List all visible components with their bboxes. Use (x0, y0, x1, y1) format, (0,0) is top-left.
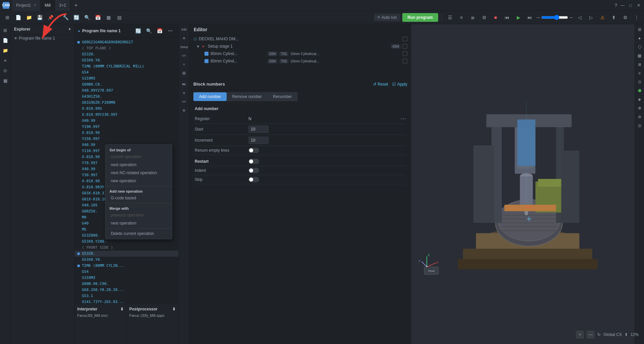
vp-btn-10[interactable]: ⊗ (636, 104, 644, 112)
code-line[interactable]: T1M6 (80MM CYLINDRICAL MILL) (75, 63, 178, 69)
toolbar-save-btn[interactable]: 💾 (35, 13, 44, 22)
toolbar-menu-btn[interactable]: ☰ (445, 13, 455, 22)
explorer-add-icon[interactable]: + (68, 27, 71, 32)
toolbar-more-btn[interactable]: ⋮ (632, 13, 641, 22)
block-side-btn-ne[interactable]: Nε (180, 80, 188, 88)
toolbar-view-btn[interactable]: ▦ (104, 13, 113, 22)
code-line[interactable]: Y150.997 (75, 136, 178, 142)
operation-row-2[interactable]: 80mm Cylind... G54 T#2 10mm Cylindrical.… (200, 57, 411, 65)
toolbar-upload-btn[interactable]: ⬆ (609, 13, 618, 22)
vp-btn-6[interactable]: ≡ (636, 69, 644, 77)
close-button[interactable]: ✕ (636, 3, 641, 8)
toolbar-table-btn[interactable]: ▤ (114, 13, 124, 22)
toolbar-folder-btn[interactable]: 📁 (24, 13, 34, 22)
toolbar-skip-btn[interactable]: ⏮ (502, 13, 512, 22)
vp-btn-7[interactable]: ⊙ (636, 78, 644, 86)
tab-mill[interactable]: Mill (41, 0, 55, 11)
vp-btn-3[interactable]: ⬡ (636, 43, 644, 51)
maximize-button[interactable]: □ (628, 3, 633, 8)
vp-btn-9[interactable]: ◈ (636, 95, 644, 103)
auto-run-button[interactable]: ⟳ Auto run (374, 14, 400, 21)
code-line[interactable]: G53X0.Y0. (75, 57, 178, 63)
ctx-new-operation[interactable]: new operation (105, 177, 172, 185)
toolbar-grid-btn[interactable]: ⊞ (3, 13, 12, 22)
code-more-btn[interactable]: ⋯ (166, 26, 175, 36)
sidebar-btn-4[interactable]: ≡ (1, 56, 10, 65)
code-line[interactable]: G00B0.C0. (75, 82, 178, 88)
vp-btn-4[interactable]: ▦ (636, 52, 644, 60)
code-line[interactable]: G53X0.Y200. (75, 239, 178, 245)
sidebar-btn-2[interactable]: 📄 (1, 36, 10, 45)
ctx-gcode-based[interactable]: G-code based (105, 194, 172, 202)
tab-3plus2[interactable]: 3+2 (55, 0, 70, 11)
subtract-viewport-btn[interactable]: — (587, 331, 595, 339)
machine-checkbox[interactable] (403, 37, 407, 41)
toolbar-list-btn[interactable]: ≡ (457, 13, 466, 22)
machine-row[interactable]: ⬡ DECKEL MAHO DM... (190, 35, 411, 43)
minimize-button[interactable]: — (620, 3, 625, 8)
reset-button[interactable]: ↺ Reset (373, 82, 388, 87)
sidebar-btn-6[interactable]: ▦ (1, 76, 10, 85)
toolbar-refresh-btn[interactable]: 🔄 (72, 13, 81, 22)
restart-toggle-btn[interactable] (248, 159, 259, 164)
toolbar-lines-btn[interactable]: ≣ (468, 13, 477, 22)
code-line[interactable]: S159M3 (75, 76, 178, 82)
toolbar-pin-btn[interactable]: 📌 (46, 13, 55, 22)
block-side-btn-link[interactable]: ⊞ (180, 106, 188, 114)
help-icon[interactable]: ? (614, 3, 617, 8)
code-search-btn[interactable]: 🔍 (144, 26, 153, 36)
tab-close-project1[interactable]: ✕ (34, 3, 36, 7)
code-line[interactable]: Y190.997 (75, 124, 178, 130)
toolbar-search-btn[interactable]: 🔍 (82, 13, 92, 22)
toolbar-settings2-btn[interactable]: ⚙ (620, 13, 630, 22)
editor-side-btn-3[interactable]: Setup (180, 43, 188, 51)
editor-side-btn-5[interactable]: ≡ (180, 60, 188, 68)
code-line[interactable]: G01G9UZ0.F200M8 (75, 100, 178, 106)
toolbar-stop-btn[interactable]: ■ (491, 13, 500, 22)
start-input[interactable] (248, 126, 269, 133)
tab-project1[interactable]: Project1 ✕ (12, 0, 41, 11)
code-line[interactable]: G00G21G40G4G69G80G90G17 (75, 39, 178, 45)
sidebar-btn-5[interactable]: ⊙ (1, 66, 10, 75)
code-line[interactable]: G53.1 (75, 293, 178, 299)
code-line[interactable]: X-810.99 (75, 130, 178, 136)
sidebar-btn-3[interactable]: 📁 (1, 46, 10, 55)
code-line[interactable]: T2M6 (80MM CYLIN... (75, 263, 178, 269)
sidebar-btn-1[interactable]: ⊞ (1, 26, 10, 35)
code-line[interactable]: G53X0.Y0. (75, 257, 178, 263)
explorer-item-program[interactable]: 👁 Program file name 1 (11, 35, 74, 42)
code-line[interactable]: X40.99Y270.997 (75, 88, 178, 94)
vp-btn-8[interactable]: ⬟ (636, 87, 644, 95)
vp-btn-1[interactable]: ⊞ (636, 26, 644, 34)
code-line[interactable]: ( TOP PLANE ) (75, 45, 178, 51)
toolbar-settings-btn[interactable]: 🔧 (61, 13, 70, 22)
code-line[interactable]: ( FRONT SIDE ) (75, 245, 178, 251)
vp-btn-12[interactable]: ◎ (636, 121, 644, 130)
editor-side-btn-1[interactable]: Edit (180, 26, 188, 34)
code-line[interactable]: G00B-90.C90. (75, 281, 178, 287)
editor-side-btn-4[interactable]: </> (180, 52, 188, 60)
register-more-icon[interactable]: ⋯ (401, 115, 406, 122)
op-checkbox-2[interactable] (403, 59, 407, 63)
ctx-next-operation-merge[interactable]: next operation (105, 219, 172, 227)
interpreter-download-icon[interactable]: ⬇ (120, 307, 124, 311)
expand-arrow[interactable]: ▼ (196, 45, 200, 48)
toolbar-play-btn[interactable]: ▶ (514, 13, 523, 22)
code-line[interactable]: G54 (75, 69, 178, 76)
vp-btn-5[interactable]: ≣ (636, 60, 644, 68)
ctx-next-nc-related[interactable]: next NC-related operation (105, 169, 172, 177)
editor-side-btn-2[interactable]: ⚙ (180, 34, 188, 42)
toolbar-gear-btn[interactable]: ⚙ (479, 13, 489, 22)
editor-side-btn-6[interactable]: ⊞ (180, 69, 188, 77)
vp-btn-2[interactable]: ● (636, 34, 644, 42)
code-line[interactable]: S159M3 (75, 275, 178, 281)
code-line[interactable]: G68.2X0.Y0.Z0.I0... (75, 287, 178, 293)
toolbar-next-btn[interactable]: ⏭ (525, 13, 535, 22)
op-checkbox-1[interactable] (403, 51, 407, 56)
tab-add-button[interactable]: + (70, 2, 81, 8)
toolbar-arrow-right-btn[interactable]: ▷ (586, 13, 596, 22)
block-side-btn-list[interactable]: ≡ (180, 89, 188, 97)
vp-btn-11[interactable]: ⊜ (636, 113, 644, 121)
block-side-btn-code[interactable]: </> (180, 98, 188, 106)
tab-add-number[interactable]: Add number (193, 92, 227, 101)
